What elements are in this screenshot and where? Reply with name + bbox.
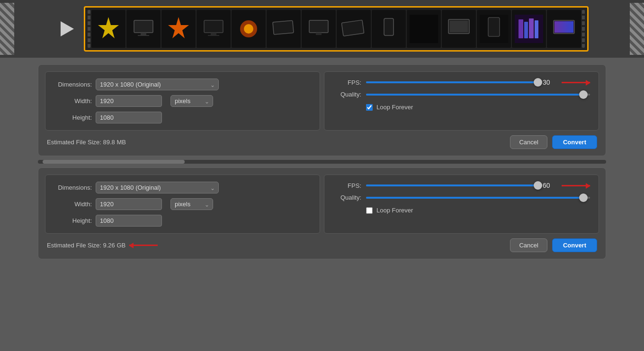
height-input-2[interactable] bbox=[96, 215, 162, 227]
loop-forever-checkbox-2[interactable] bbox=[366, 207, 373, 214]
convert-button-2[interactable]: Convert bbox=[552, 238, 597, 252]
scroll-divider bbox=[38, 159, 606, 165]
thumb-icon-5 bbox=[234, 15, 263, 43]
fps-slider-1[interactable] bbox=[366, 81, 538, 83]
width-input-2[interactable] bbox=[96, 198, 162, 210]
quality-slider-1[interactable] bbox=[366, 94, 590, 96]
convert-button-1[interactable]: Convert bbox=[552, 135, 597, 149]
film-divider-left bbox=[88, 10, 90, 48]
app-window: Dimensions: 1920 x 1080 (Original) Width… bbox=[0, 0, 644, 351]
dimensions-select-1[interactable]: 1920 x 1080 (Original) bbox=[96, 79, 219, 90]
units-select-2[interactable]: pixels percent bbox=[170, 198, 213, 210]
fps-value-container-2: 60 bbox=[543, 182, 590, 189]
svg-rect-3 bbox=[134, 20, 153, 33]
thumb-icon-6 bbox=[269, 15, 298, 43]
svg-rect-32 bbox=[524, 22, 528, 38]
svg-rect-5 bbox=[138, 35, 149, 36]
film-thumb-5 bbox=[232, 10, 266, 48]
width-row-2: Width: pixels percent bbox=[54, 198, 311, 210]
film-thumb-2 bbox=[126, 10, 161, 48]
units-select-wrapper-2[interactable]: pixels percent bbox=[170, 198, 213, 210]
fps-arrow-1 bbox=[562, 82, 590, 83]
fps-value-2: 60 bbox=[543, 182, 557, 189]
panel-2-left: Dimensions: 1920 x 1080 (Original) Width… bbox=[45, 175, 320, 234]
dimensions-label-1: Dimensions: bbox=[54, 81, 92, 88]
fps-row-2: FPS: 60 bbox=[333, 182, 590, 189]
svg-rect-24 bbox=[410, 15, 438, 43]
film-divider-right bbox=[582, 10, 585, 48]
cancel-button-1[interactable]: Cancel bbox=[510, 135, 547, 149]
loop-forever-checkbox-1[interactable] bbox=[366, 104, 373, 111]
fps-slider-thumb-1[interactable] bbox=[534, 78, 542, 87]
film-thumb-11 bbox=[442, 10, 476, 48]
dimensions-select-2[interactable]: 1920 x 1080 (Original) bbox=[96, 182, 219, 193]
file-size-arrow-2 bbox=[129, 245, 158, 246]
scroll-thumb[interactable] bbox=[43, 160, 185, 164]
quality-slider-fill-1 bbox=[366, 94, 583, 96]
quality-slider-thumb-2[interactable] bbox=[579, 193, 588, 202]
film-thumb-6 bbox=[267, 10, 301, 48]
height-input-1[interactable] bbox=[96, 112, 162, 123]
fps-arrow-2 bbox=[562, 185, 590, 186]
svg-rect-23 bbox=[384, 18, 394, 35]
play-button[interactable] bbox=[55, 17, 79, 41]
scroll-track bbox=[38, 160, 606, 164]
fps-slider-thumb-2[interactable] bbox=[534, 181, 542, 190]
panel-1-left: Dimensions: 1920 x 1080 (Original) Width… bbox=[45, 71, 320, 131]
film-thumb-12 bbox=[477, 10, 511, 48]
svg-rect-16 bbox=[273, 20, 294, 35]
quality-label-2: Quality: bbox=[333, 194, 361, 201]
quality-row-2: Quality: bbox=[333, 194, 590, 201]
filmstrip bbox=[84, 6, 589, 52]
fps-slider-2[interactable] bbox=[366, 184, 538, 186]
svg-rect-34 bbox=[535, 20, 538, 38]
svg-rect-27 bbox=[450, 21, 468, 32]
quality-label-1: Quality: bbox=[333, 91, 361, 98]
fps-slider-fill-1 bbox=[366, 81, 538, 83]
svg-rect-9 bbox=[204, 20, 223, 33]
width-input-1[interactable] bbox=[96, 95, 162, 107]
play-icon bbox=[61, 21, 74, 36]
thumb-icon-4 bbox=[199, 15, 228, 43]
svg-rect-29 bbox=[488, 18, 500, 36]
dimensions-row-1: Dimensions: 1920 x 1080 (Original) bbox=[54, 79, 311, 90]
thumb-icon-2 bbox=[129, 15, 158, 43]
thumb-icon-11 bbox=[445, 15, 473, 43]
quality-slider-fill-2 bbox=[366, 197, 583, 199]
svg-point-14 bbox=[244, 24, 253, 34]
loop-forever-row-2: Loop Forever bbox=[333, 207, 590, 214]
dimensions-select-wrapper-1[interactable]: 1920 x 1080 (Original) bbox=[96, 79, 219, 90]
quality-slider-thumb-1[interactable] bbox=[579, 90, 588, 99]
panel-1-right: FPS: 30 Quality: bbox=[324, 71, 599, 131]
units-select-wrapper-1[interactable]: pixels percent bbox=[170, 95, 213, 107]
fps-row-1: FPS: 30 bbox=[333, 79, 590, 86]
thumb-icon-7 bbox=[304, 15, 333, 43]
thumb-icon-13 bbox=[515, 15, 543, 43]
panel-2-footer: Estimated File Size: 9.26 GB Cancel Conv… bbox=[38, 234, 606, 259]
stripe-border-right bbox=[630, 3, 644, 55]
thumb-icon-8 bbox=[340, 15, 368, 43]
svg-rect-10 bbox=[211, 33, 216, 35]
panel-1: Dimensions: 1920 x 1080 (Original) Width… bbox=[38, 64, 606, 156]
dimensions-label-2: Dimensions: bbox=[54, 184, 92, 191]
thumb-icon-10 bbox=[410, 15, 438, 43]
units-select-1[interactable]: pixels percent bbox=[170, 95, 213, 107]
fps-label-2: FPS: bbox=[333, 182, 361, 189]
loop-forever-label-1[interactable]: Loop Forever bbox=[376, 104, 413, 111]
quality-row-1: Quality: bbox=[333, 91, 590, 98]
film-thumb-7 bbox=[302, 10, 336, 48]
quality-slider-2[interactable] bbox=[366, 197, 590, 199]
width-label-2: Width: bbox=[54, 201, 92, 208]
film-thumb-4 bbox=[197, 10, 231, 48]
dimensions-select-wrapper-2[interactable]: 1920 x 1080 (Original) bbox=[96, 182, 219, 193]
cancel-button-2[interactable]: Cancel bbox=[510, 238, 547, 252]
height-row-2: Height: bbox=[54, 215, 311, 227]
fps-label-1: FPS: bbox=[333, 79, 361, 86]
svg-rect-21 bbox=[341, 20, 364, 36]
film-thumb-9 bbox=[372, 10, 406, 48]
fps-value-container-1: 30 bbox=[543, 79, 590, 86]
svg-rect-18 bbox=[309, 20, 328, 33]
loop-forever-label-2[interactable]: Loop Forever bbox=[376, 207, 413, 214]
height-label-1: Height: bbox=[54, 114, 92, 121]
film-thumb-10 bbox=[407, 10, 441, 48]
